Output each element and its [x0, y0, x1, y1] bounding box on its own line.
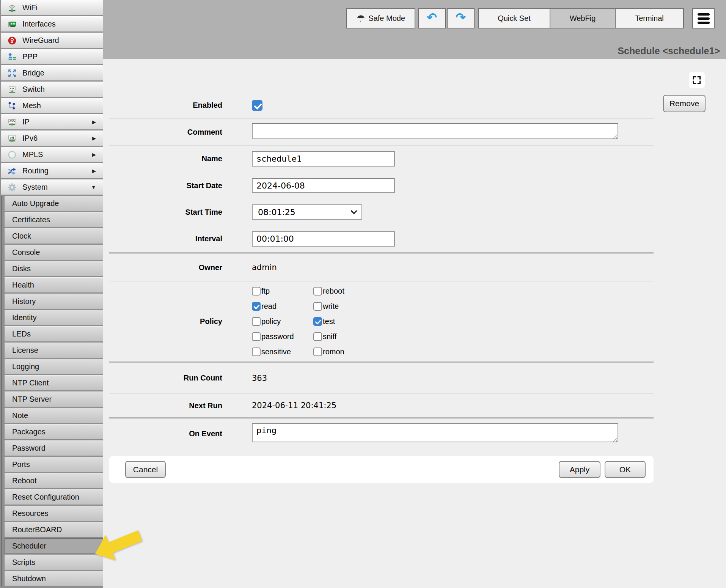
sidebar-item-logging[interactable]: Logging — [4, 359, 103, 374]
policy-option-sniff[interactable]: sniff — [313, 332, 389, 341]
comment-input[interactable] — [252, 123, 618, 139]
on-event-input[interactable]: ping — [252, 423, 618, 442]
policy-option-test[interactable]: test — [313, 317, 389, 326]
sidebar-item-clock[interactable]: Clock — [4, 228, 103, 244]
name-label: Name — [109, 154, 222, 163]
hamburger-icon — [698, 13, 710, 24]
name-row: Name — [109, 145, 654, 172]
expand-right-icon: ▶ — [92, 119, 96, 125]
sidebar-item-note[interactable]: Note — [4, 408, 103, 423]
sidebar-item-certificates[interactable]: Certificates — [4, 212, 103, 228]
owner-row: Owner admin — [109, 254, 654, 281]
mpls-icon — [7, 150, 17, 160]
policy-option-reboot[interactable]: reboot — [313, 287, 389, 296]
sidebar-item-ip[interactable]: 255 IP ▶ — [1, 114, 103, 130]
expand-right-icon: ▶ — [92, 152, 96, 157]
write-checkbox[interactable] — [313, 302, 322, 311]
start-time-label: Start Time — [109, 208, 222, 217]
policy-row: Policy ftp reboot read write policy test… — [109, 281, 654, 361]
sidebar-item-ntp-client[interactable]: NTP Client — [4, 375, 103, 391]
sidebar-item-identity[interactable]: Identity — [4, 310, 103, 325]
tab-terminal[interactable]: Terminal — [615, 8, 684, 28]
start-time-select[interactable]: 08:01:25 — [252, 204, 362, 220]
sidebar-item-interfaces[interactable]: Interfaces — [1, 16, 103, 32]
policy-option-ftp[interactable]: ftp — [252, 287, 313, 296]
sidebar: WiFi Interfaces WireGuard PPP Bridge Swi… — [0, 0, 103, 588]
sidebar-item-password[interactable]: Password — [4, 440, 103, 456]
start-date-label: Start Date — [109, 181, 222, 190]
sidebar-item-scheduler[interactable]: Scheduler — [4, 538, 103, 554]
page-title: Schedule <schedule1> — [618, 46, 720, 57]
apply-button[interactable]: Apply — [559, 461, 600, 478]
ok-button[interactable]: OK — [605, 461, 646, 478]
sidebar-item-mesh[interactable]: Mesh — [1, 98, 103, 113]
test-checkbox[interactable] — [313, 317, 322, 326]
sidebar-item-reset-configuration[interactable]: Reset Configuration — [4, 489, 103, 505]
next-run-value: 2024-06-11 20:41:25 — [252, 401, 336, 410]
sidebar-item-mpls[interactable]: MPLS ▶ — [1, 147, 103, 162]
romon-checkbox[interactable] — [313, 347, 322, 356]
name-input[interactable] — [252, 151, 395, 167]
safe-mode-button[interactable]: ☂ Safe Mode — [346, 8, 415, 28]
policy-option-romon[interactable]: romon — [313, 347, 389, 356]
sidebar-item-ntp-server[interactable]: NTP Server — [4, 391, 103, 407]
sidebar-item-wifi[interactable]: WiFi — [1, 0, 103, 16]
policy-label: Policy — [109, 317, 222, 326]
sniff-checkbox[interactable] — [313, 332, 322, 341]
tab-quick-set[interactable]: Quick Set — [478, 8, 550, 28]
sidebar-item-routerboard[interactable]: RouterBOARD — [4, 522, 103, 538]
enabled-checkbox[interactable] — [252, 100, 262, 111]
ip-icon: 255 — [7, 117, 17, 127]
start-date-input[interactable] — [252, 178, 395, 193]
ftp-checkbox[interactable] — [252, 287, 261, 296]
svg-text:v: v — [9, 135, 12, 139]
policy-option-read[interactable]: read — [252, 302, 313, 311]
reboot-checkbox[interactable] — [313, 287, 322, 296]
tab-webfig[interactable]: WebFig — [550, 8, 616, 28]
next-run-label: Next Run — [109, 401, 222, 410]
run-count-row: Run Count 363 — [109, 363, 654, 393]
owner-label: Owner — [109, 263, 222, 272]
sidebar-item-switch[interactable]: Switch — [1, 82, 103, 97]
sidebar-item-label: Switch — [22, 85, 45, 94]
password-checkbox[interactable] — [252, 332, 261, 341]
sidebar-item-auto-upgrade[interactable]: Auto Upgrade — [4, 196, 103, 211]
sidebar-item-ipv6[interactable]: v6 IPv6 ▶ — [1, 130, 103, 146]
sidebar-item-reboot[interactable]: Reboot — [4, 473, 103, 489]
sidebar-item-leds[interactable]: LEDs — [4, 326, 103, 342]
sidebar-item-packages[interactable]: Packages — [4, 424, 103, 440]
interval-input[interactable] — [252, 231, 395, 247]
sidebar-item-label: MPLS — [22, 150, 43, 159]
sidebar-item-console[interactable]: Console — [4, 245, 103, 260]
run-count-value: 363 — [252, 374, 267, 383]
remove-button[interactable]: Remove — [663, 95, 706, 112]
expand-down-icon: ▼ — [91, 184, 96, 190]
on-event-row: On Event ping — [109, 419, 654, 448]
policy-option-sensitive[interactable]: sensitive — [252, 347, 313, 356]
read-checkbox[interactable] — [252, 302, 261, 311]
action-bar: Cancel Apply OK — [109, 456, 654, 483]
undo-button[interactable]: ↶ — [418, 8, 446, 28]
sidebar-item-shutdown[interactable]: Shutdown — [4, 571, 103, 586]
sidebar-item-resources[interactable]: Resources — [4, 506, 103, 521]
menu-button[interactable] — [692, 8, 715, 28]
sidebar-item-history[interactable]: History — [4, 294, 103, 309]
sidebar-item-disks[interactable]: Disks — [4, 261, 103, 277]
fullscreen-button[interactable] — [689, 72, 705, 88]
sidebar-item-bridge[interactable]: Bridge — [1, 65, 103, 81]
policy-checkbox[interactable] — [252, 317, 261, 326]
sidebar-item-ports[interactable]: Ports — [4, 457, 103, 472]
sidebar-item-health[interactable]: Health — [4, 277, 103, 293]
policy-option-write[interactable]: write — [313, 302, 389, 311]
redo-button[interactable]: ↷ — [447, 8, 475, 28]
policy-option-policy[interactable]: policy — [252, 317, 313, 326]
policy-option-password[interactable]: password — [252, 332, 313, 341]
sidebar-item-system[interactable]: System ▼ — [1, 179, 103, 195]
sidebar-item-wireguard[interactable]: WireGuard — [1, 33, 103, 48]
cancel-button[interactable]: Cancel — [125, 461, 166, 478]
sidebar-item-routing[interactable]: Routing ▶ — [1, 163, 103, 179]
sidebar-item-scripts[interactable]: Scripts — [4, 555, 103, 570]
sidebar-item-license[interactable]: License — [4, 343, 103, 358]
sidebar-item-ppp[interactable]: PPP — [1, 49, 103, 64]
sensitive-checkbox[interactable] — [252, 347, 261, 356]
